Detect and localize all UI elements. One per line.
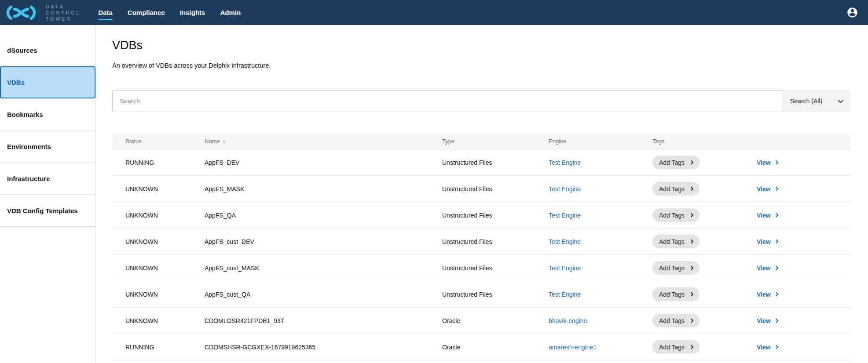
view-cell: View [757,185,850,193]
table-row: UNKNOWN AppFS_cust_QA Unstructured Files… [112,281,850,308]
type-cell: Oracle [442,344,549,351]
tags-cell: Add Tags [652,261,757,275]
add-tags-button[interactable]: Add Tags [652,208,700,222]
status-cell: UNKNOWN [125,317,205,324]
column-header-type: Type [442,138,549,145]
sidebar-item-dsources[interactable]: dSources [0,34,95,66]
chevron-right-icon [689,345,694,349]
sidebar-item-vdb-config-templates[interactable]: VDB Config Templates [0,195,95,227]
view-link[interactable]: View [757,185,778,192]
engine-link[interactable]: Test Engine [549,238,652,245]
type-cell: Unstructured Files [442,265,549,272]
column-header-name[interactable]: Name ↑ [205,138,442,145]
chevron-right-icon [689,319,694,323]
add-tags-button[interactable]: Add Tags [652,287,700,301]
chevron-right-icon [774,292,778,297]
sidebar-item-bookmarks[interactable]: Bookmarks [0,98,95,131]
search-input[interactable] [112,90,782,112]
search-scope-label: Search (All) [790,98,822,105]
wordmark-line: DATA [46,4,81,10]
type-cell: Unstructured Files [442,159,549,166]
tags-cell: Add Tags [652,235,757,248]
chevron-right-icon [774,345,778,349]
view-link[interactable]: View [757,212,778,219]
sidebar-item-environments[interactable]: Environments [0,131,95,163]
type-cell: Unstructured Files [442,291,549,298]
chevron-right-icon [689,187,694,191]
wordmark-line: TOWER [46,16,81,22]
app-root: DATA CONTROL TOWER DataComplianceInsight… [0,0,868,363]
engine-link[interactable]: Test Engine [549,212,652,219]
search-row: Search (All) [112,90,850,112]
view-link[interactable]: View [757,265,778,272]
table-body: RUNNING AppFS_DEV Unstructured Files Tes… [112,149,850,360]
name-cell: AppFS_cust_DEV [205,238,442,245]
chevron-right-icon [689,292,694,297]
dct-logo-icon [5,4,37,22]
name-cell: CDOMSHSR-GCGXEX-1679919625365 [205,344,442,351]
wordmark-line: CONTROL [46,10,81,16]
view-cell: View [757,317,850,325]
chevron-right-icon [689,160,694,165]
type-cell: Unstructured Files [442,212,549,219]
nav-item-compliance[interactable]: Compliance [128,0,165,25]
chevron-right-icon [689,213,694,218]
engine-link[interactable]: Test Engine [549,265,652,272]
sidebar-nav: dSourcesVDBsBookmarksEnvironmentsInfrast… [0,25,96,363]
add-tags-button[interactable]: Add Tags [652,235,700,248]
add-tags-button[interactable]: Add Tags [652,182,700,196]
nav-item-admin[interactable]: Admin [220,0,241,25]
add-tags-button[interactable]: Add Tags [652,314,700,327]
view-link[interactable]: View [757,291,778,298]
chevron-right-icon [774,160,778,165]
name-cell: AppFS_MASK [205,185,442,192]
tags-cell: Add Tags [652,340,757,354]
account-menu-button[interactable] [846,7,858,18]
chevron-right-icon [689,266,694,270]
view-link[interactable]: View [757,317,778,324]
engine-link[interactable]: Test Engine [549,159,652,166]
add-tags-button[interactable]: Add Tags [652,156,700,169]
chevron-right-icon [774,187,778,191]
view-link[interactable]: View [757,238,778,245]
sidebar-item-infrastructure[interactable]: Infrastructure [0,163,95,195]
nav-item-insights[interactable]: Insights [180,0,205,25]
view-link[interactable]: View [757,159,778,166]
add-tags-button[interactable]: Add Tags [652,340,700,354]
table-row: UNKNOWN AppFS_MASK Unstructured Files Te… [112,176,850,202]
logo-divider [40,4,40,22]
sidebar-item-vdbs[interactable]: VDBs [0,66,95,98]
name-cell: AppFS_cust_MASK [205,265,442,272]
engine-link[interactable]: Test Engine [549,291,652,298]
column-header-tags: Tags [652,138,757,145]
engine-link[interactable]: Test Engine [549,185,652,192]
chevron-right-icon [774,266,778,270]
tags-cell: Add Tags [652,208,757,222]
page-layout: dSourcesVDBsBookmarksEnvironmentsInfrast… [0,25,868,363]
name-cell: AppFS_QA [205,212,442,219]
search-scope-dropdown[interactable]: Search (All) [782,90,850,112]
name-cell: AppFS_DEV [205,159,442,166]
page-subtitle: An overview of VDBs across your Delphix … [112,62,850,69]
main-content: VDBs An overview of VDBs across your Del… [96,25,868,363]
table-row: UNKNOWN CDOMLOSR421FPDB1_93T Oracle bhav… [112,308,850,334]
nav-item-data[interactable]: Data [98,0,113,25]
view-cell: View [757,211,850,219]
chevron-down-icon [838,98,843,103]
engine-link[interactable]: bhavik-engine [549,317,652,324]
tags-cell: Add Tags [652,156,757,169]
view-cell: View [757,159,850,167]
type-cell: Oracle [442,317,549,324]
status-cell: UNKNOWN [125,185,205,192]
type-cell: Unstructured Files [442,185,549,192]
engine-link[interactable]: amaresh-engine1 [549,344,652,351]
name-cell: CDOMLOSR421FPDB1_93T [205,317,442,324]
status-cell: UNKNOWN [125,291,205,298]
primary-nav: DataComplianceInsightsAdmin [98,0,241,25]
view-link[interactable]: View [757,344,778,351]
add-tags-button[interactable]: Add Tags [652,261,700,275]
table-row: UNKNOWN AppFS_cust_MASK Unstructured Fil… [112,255,850,281]
chevron-right-icon [774,213,778,218]
account-circle-icon [846,7,858,18]
chevron-right-icon [774,319,778,323]
